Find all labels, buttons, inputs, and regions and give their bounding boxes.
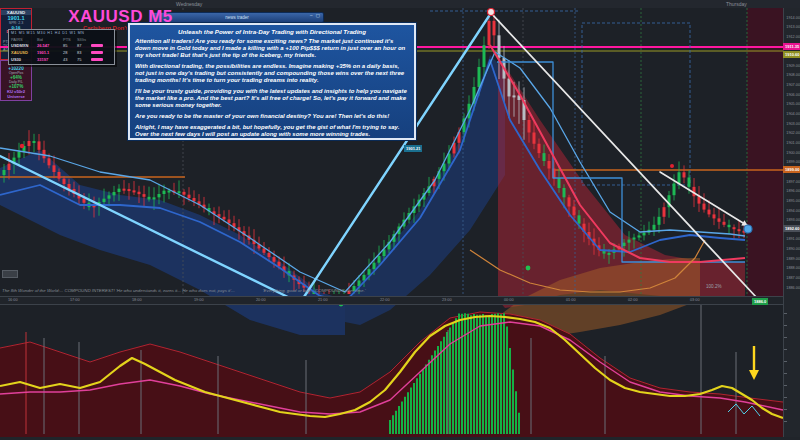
- bid-value: 1901.1: [37, 50, 63, 55]
- time-tick-label: 02:00: [628, 298, 638, 302]
- price-tick-label: 1905.00: [786, 102, 800, 106]
- price-tick-label: 1897.00: [786, 180, 800, 184]
- price-tick-label: 1895.00: [786, 199, 800, 203]
- time-tick-label: 22:00: [380, 298, 390, 302]
- price-tick-label: 1903.00: [786, 122, 800, 126]
- day-label-thursday: Thursday: [726, 1, 747, 7]
- time-tick-label: 20:00: [256, 298, 266, 302]
- price-tick-label: 1901.00: [786, 141, 800, 145]
- promo-paragraph: With directional trading, the possibilit…: [135, 63, 409, 84]
- time-tick-label: 18:00: [132, 298, 142, 302]
- promo-paragraph: Attention all traders! Are you ready for…: [135, 38, 409, 59]
- pair-label: XAUUSD: [11, 50, 37, 55]
- pair-label: USDMXN: [11, 43, 37, 48]
- signal-bar: [91, 44, 103, 48]
- time-tick-label: 03:00: [690, 298, 700, 302]
- price-tick-label: 1894.00: [786, 209, 800, 213]
- newsbar-window-buttons-icon[interactable]: – ▢: [310, 13, 321, 18]
- price-tick-label: 1886.00: [786, 286, 800, 290]
- news-trader-label: news trader: [225, 15, 249, 20]
- price-tick-label: 1902.00: [786, 131, 800, 135]
- col-pairs: PAIRS: [11, 37, 37, 42]
- pts-value: 28: [63, 50, 77, 55]
- timeframe-chip-row[interactable]: M1 M5 M15 M30 H1 H4 D1 W1 MN: [11, 31, 112, 35]
- price-tick-label: 1889.00: [786, 257, 800, 261]
- promo-title: Unleash the Power of Intra-Day Trading w…: [135, 28, 409, 35]
- quote-left: The 8th Wonder of the World:... COMPOUND…: [2, 288, 235, 293]
- signal-bar: [91, 51, 103, 55]
- price-tick-label: 1907.00: [786, 83, 800, 87]
- signal-bar: [91, 58, 103, 62]
- time-tick-label: 21:00: [318, 298, 328, 302]
- watch-row-xauusd[interactable]: XAUUSD 1901.1 28 83: [11, 49, 112, 56]
- price-tick-label: 1899.00: [786, 160, 800, 164]
- quote-right: 'Everything, good or bad... COMPOUNDS ov…: [263, 288, 366, 293]
- price-tick-label: 1904.00: [786, 112, 800, 116]
- sig-value: 83: [77, 50, 91, 55]
- pts-value: 43: [63, 57, 77, 62]
- price-tick-label: 1900.00: [786, 151, 800, 155]
- sig-value: 87: [77, 43, 91, 48]
- pair-label: US30: [11, 57, 37, 62]
- price-tick-label: 1909.00: [786, 64, 800, 68]
- time-axis[interactable]: 16:0017:0018:0019:0020:0021:0022:0023:00…: [0, 296, 783, 305]
- time-tick-label: 00:00: [504, 298, 514, 302]
- price-tick-label: 1893.00: [786, 218, 800, 222]
- time-tick-label: 16:00: [8, 298, 18, 302]
- time-tick-label: 17:00: [70, 298, 80, 302]
- price-level-chip: 1892.60: [783, 225, 800, 232]
- col-bid: Bid: [37, 37, 63, 42]
- time-tick-label: 23:00: [442, 298, 452, 302]
- sig-value: 75: [77, 57, 91, 62]
- price-tick-label: 1888.00: [786, 266, 800, 270]
- time-tick-label: 01:00: [566, 298, 576, 302]
- market-watch-panel[interactable]: M1 M5 M15 M30 H1 H4 D1 W1 MN PAIRS Bid P…: [8, 29, 115, 65]
- price-tick-label: 1906.00: [786, 93, 800, 97]
- price-level-chip: 1910.60: [783, 51, 800, 58]
- price-tick-label: 1887.00: [786, 276, 800, 280]
- quote-status-line: The 8th Wonder of the World:... COMPOUND…: [2, 288, 742, 293]
- price-level-chip: 1911.35: [783, 43, 800, 50]
- col-pts: PTS: [63, 37, 77, 42]
- price-tick-label: 1896.00: [786, 189, 800, 193]
- mini-toggle-chip[interactable]: [2, 270, 18, 278]
- price-tick-label: 1891.00: [786, 237, 800, 241]
- price-tick-label: 1908.00: [786, 73, 800, 77]
- promo-paragraph: Alright, I may have exaggerated a bit, b…: [135, 124, 409, 138]
- bid-value: 26.547: [37, 43, 63, 48]
- promo-text-annotation-box[interactable]: Unleash the Power of Intra-Day Trading w…: [128, 23, 416, 140]
- watch-row-usdmxn[interactable]: USDMXN 26.547 85 87: [11, 42, 112, 49]
- time-tick-label: 19:00: [194, 298, 204, 302]
- promo-paragraph: I'll be your trusty guide, providing you…: [135, 88, 409, 109]
- promo-paragraph: Are you ready to be the master of your o…: [135, 113, 409, 120]
- bid-value: 33197: [37, 57, 63, 62]
- price-level-chip: 1899.00: [783, 166, 800, 173]
- pts-value: 85: [63, 43, 77, 48]
- col-sigs: SIGs: [77, 37, 91, 42]
- price-tick-label: 1912.00: [786, 35, 800, 39]
- trading-platform-window: HONG KONG 10/24 LONDON 02/24 NEW YORK 21…: [0, 0, 800, 440]
- price-tick-label: 1890.00: [786, 247, 800, 251]
- price-tick-label: 1913.00: [786, 25, 800, 29]
- price-level-chip: 1886.0: [752, 298, 768, 305]
- price-tick-label: 1914.00: [786, 16, 800, 20]
- watch-row-us30[interactable]: US30 33197 43 75: [11, 56, 112, 63]
- indicator-axis[interactable]: [783, 303, 800, 440]
- gauge-percent-label: 100.2%: [706, 284, 722, 289]
- price-level-chip: 1901.21: [404, 145, 422, 152]
